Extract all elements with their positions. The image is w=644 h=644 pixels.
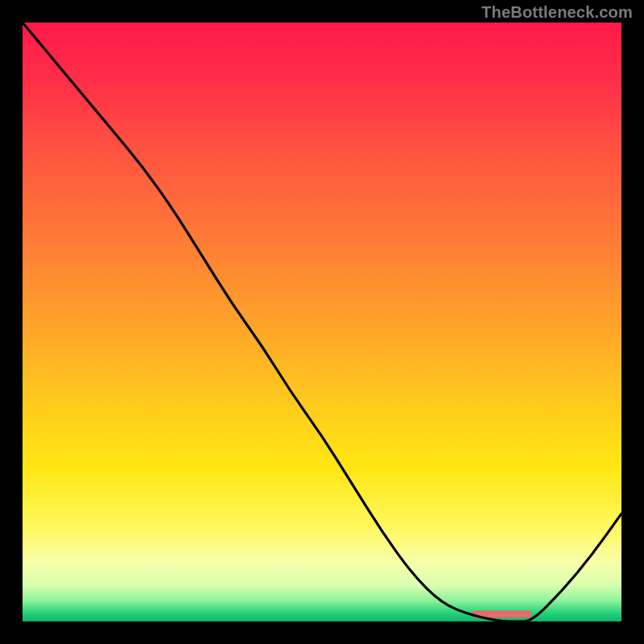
chart-svg <box>23 23 621 621</box>
chart-frame: TheBottleneck.com <box>0 0 644 644</box>
watermark-text: TheBottleneck.com <box>481 3 633 22</box>
gradient-background <box>23 23 621 621</box>
plot-area <box>23 23 621 621</box>
